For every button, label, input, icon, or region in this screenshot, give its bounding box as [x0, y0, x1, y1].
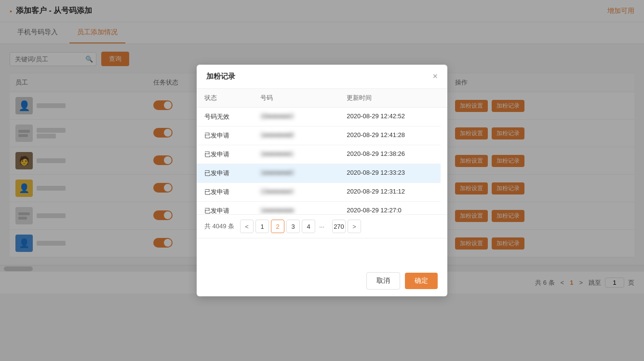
status-cell: 已发申请	[197, 164, 253, 183]
time-cell: 2020-08-29 12:27:0	[339, 202, 441, 215]
modal-page-4[interactable]: 4	[302, 220, 315, 233]
modal-body: 状态 号码 更新时间 号码无效 18●●●●●●3 2020-08-29 12:…	[197, 89, 447, 265]
modal-footer: 取消 确定	[197, 265, 447, 296]
fan-record-modal: 加粉记录 × 状态 号码 更新时间 号	[197, 65, 447, 296]
time-cell: 2020-08-29 12:33:23	[339, 164, 441, 183]
time-cell: 2020-08-29 12:31:12	[339, 183, 441, 202]
modal-table-row: 已发申请 1●●●●●●●8 2020-08-29 12:41:28	[197, 126, 447, 145]
modal-table-row: 已发申请 13●●●●●●4 2020-08-29 12:31:12	[197, 183, 447, 202]
modal-table-row-highlighted: 已发申请 1●●●●●●●0 2020-08-29 12:33:23	[197, 164, 447, 183]
modal-table-row: 已发申请 1●●●●●●●1 2020-08-29 12:38:26	[197, 145, 447, 164]
phone-cell: 1●●●●●●●1	[253, 145, 339, 164]
status-cell: 已发申请	[197, 126, 253, 145]
phone-number: 1●●●●●●●1	[260, 150, 294, 157]
status-cell: 已发申请	[197, 202, 253, 215]
modal-pagination: 共 4049 条 < 1 2 3 4 ··· 270 >	[197, 214, 447, 238]
modal-page-1[interactable]: 1	[255, 220, 269, 233]
time-cell: 2020-08-29 12:41:28	[339, 126, 441, 145]
phone-cell: 13●●●●●●4	[253, 183, 339, 202]
col-time: 更新时间	[339, 89, 441, 108]
modal-close-button[interactable]: ×	[432, 71, 438, 82]
cancel-button[interactable]: 取消	[366, 272, 400, 290]
modal-page-last[interactable]: 270	[332, 220, 346, 233]
time-cell: 2020-08-29 12:38:26	[339, 145, 441, 164]
phone-number: 1●●●●●●●●	[260, 207, 294, 214]
modal-total-label: 共 4049 条	[204, 222, 234, 231]
col-status: 状态	[197, 89, 253, 108]
modal-header: 加粉记录 ×	[197, 65, 447, 89]
modal-page-dots: ···	[317, 223, 326, 230]
modal-table-row: 已发申请 1●●●●●●●● 2020-08-29 12:27:0	[197, 202, 447, 215]
modal-prev-button[interactable]: <	[240, 220, 254, 233]
modal-page-3[interactable]: 3	[286, 220, 300, 233]
confirm-button[interactable]: 确定	[405, 273, 438, 289]
modal-page-2[interactable]: 2	[271, 220, 284, 233]
phone-number: 18●●●●●●3	[260, 112, 294, 120]
phone-cell: 18●●●●●●3	[253, 108, 339, 126]
phone-cell: 1●●●●●●●0	[253, 164, 339, 183]
status-cell: 已发申请	[197, 145, 253, 164]
modal-table-row: 号码无效 18●●●●●●3 2020-08-29 12:42:52	[197, 108, 447, 126]
col-phone: 号码	[253, 89, 339, 108]
modal-table-wrap[interactable]: 状态 号码 更新时间 号码无效 18●●●●●●3 2020-08-29 12:…	[197, 89, 447, 214]
phone-cell: 1●●●●●●●●	[253, 202, 339, 215]
col-scrollbar-space	[441, 89, 447, 108]
modal-title: 加粉记录	[206, 72, 235, 81]
modal-overlay: 加粉记录 × 状态 号码 更新时间 号	[0, 0, 644, 361]
time-cell: 2020-08-29 12:42:52	[339, 108, 441, 126]
phone-number: 1●●●●●●●8	[260, 131, 294, 139]
phone-cell: 1●●●●●●●8	[253, 126, 339, 145]
phone-number: 1●●●●●●●0	[260, 169, 294, 176]
modal-next-button[interactable]: >	[348, 220, 361, 233]
phone-number: 13●●●●●●4	[260, 188, 294, 195]
status-cell: 号码无效	[197, 108, 253, 126]
status-cell: 已发申请	[197, 183, 253, 202]
modal-record-table: 状态 号码 更新时间 号码无效 18●●●●●●3 2020-08-29 12:…	[197, 89, 447, 214]
